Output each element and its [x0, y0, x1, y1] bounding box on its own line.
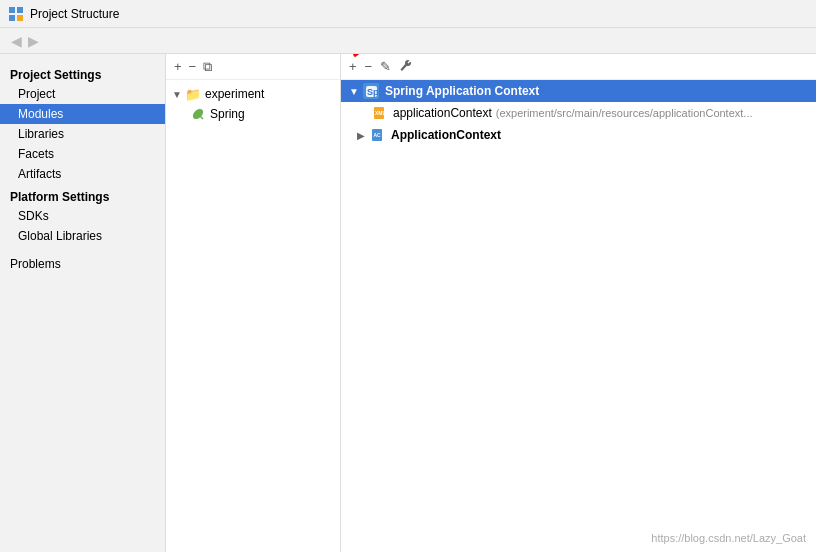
forward-button[interactable]: ▶ — [25, 33, 42, 49]
sidebar-item-facets[interactable]: Facets — [0, 144, 165, 164]
app-context-sub-label: ApplicationContext — [391, 128, 501, 142]
middle-toolbar: + − ⧉ — [166, 54, 340, 80]
sidebar-item-problems[interactable]: Problems — [0, 254, 165, 274]
svg-text:AC: AC — [374, 132, 382, 138]
main-layout: Project Settings Project Modules Librari… — [0, 54, 816, 552]
spring-app-context-item[interactable]: ▼ Sp Spring Application Context — [341, 80, 816, 102]
svg-rect-3 — [17, 15, 23, 21]
middle-remove-button[interactable]: − — [187, 60, 199, 73]
spring-leaf-icon — [190, 106, 206, 122]
chevron-down-icon: ▼ — [172, 89, 182, 100]
xml-file-icon: XML — [371, 105, 387, 121]
middle-tree: ▼ 📁 experiment Spring — [166, 80, 340, 552]
right-add-button[interactable]: + — [347, 59, 359, 74]
tree-item-spring-label: Spring — [210, 107, 245, 121]
chevron-right-icon: ▼ — [349, 86, 359, 97]
app-context-icon: AC — [369, 127, 385, 143]
middle-copy-button[interactable]: ⧉ — [201, 60, 214, 73]
svg-rect-2 — [9, 15, 15, 21]
svg-rect-0 — [9, 7, 15, 13]
right-content: ▼ Sp Spring Application Context XML — [341, 80, 816, 552]
spring-app-icon: Sp — [363, 83, 379, 99]
app-context-file-name: applicationContext — [393, 106, 492, 120]
tree-item-experiment[interactable]: ▼ 📁 experiment — [166, 84, 340, 104]
svg-rect-1 — [17, 7, 23, 13]
platform-settings-title: Platform Settings — [0, 184, 165, 206]
project-settings-title: Project Settings — [0, 62, 165, 84]
sidebar-item-sdks[interactable]: SDKs — [0, 206, 165, 226]
back-button[interactable]: ◀ — [8, 33, 25, 49]
spring-context-title: Spring Application Context — [385, 84, 539, 98]
tree-item-experiment-label: experiment — [205, 87, 264, 101]
right-toolbar: + − ✎ — [341, 54, 816, 80]
svg-text:Sp: Sp — [367, 87, 378, 97]
title-bar-text: Project Structure — [30, 7, 119, 21]
title-bar: Project Structure — [0, 0, 816, 28]
app-icon — [8, 6, 24, 22]
right-edit-button[interactable]: ✎ — [378, 59, 393, 74]
nav-bar: ◀ ▶ — [0, 28, 816, 54]
app-context-file-item[interactable]: XML applicationContext (experiment/src/m… — [341, 102, 816, 124]
sidebar-item-artifacts[interactable]: Artifacts — [0, 164, 165, 184]
sidebar: Project Settings Project Modules Librari… — [0, 54, 166, 552]
middle-panel: + − ⧉ ▼ 📁 experiment Spring — [166, 54, 341, 552]
right-remove-button[interactable]: − — [363, 59, 375, 74]
app-context-file-path: (experiment/src/main/resources/applicati… — [496, 107, 753, 119]
application-context-sub-item[interactable]: ▶ AC ApplicationContext — [341, 124, 816, 146]
right-panel: + − ✎ ▼ Sp Spring Application Context — [341, 54, 816, 552]
sidebar-item-global-libraries[interactable]: Global Libraries — [0, 226, 165, 246]
sidebar-divider — [0, 246, 165, 254]
right-wrench-button[interactable] — [397, 59, 414, 75]
folder-icon: 📁 — [185, 86, 201, 102]
chevron-right-sub-icon: ▶ — [357, 130, 365, 141]
svg-text:XML: XML — [375, 110, 386, 116]
sidebar-item-project[interactable]: Project — [0, 84, 165, 104]
sidebar-item-libraries[interactable]: Libraries — [0, 124, 165, 144]
middle-add-button[interactable]: + — [172, 60, 184, 73]
sidebar-item-modules[interactable]: Modules — [0, 104, 165, 124]
tree-item-spring[interactable]: Spring — [166, 104, 340, 124]
